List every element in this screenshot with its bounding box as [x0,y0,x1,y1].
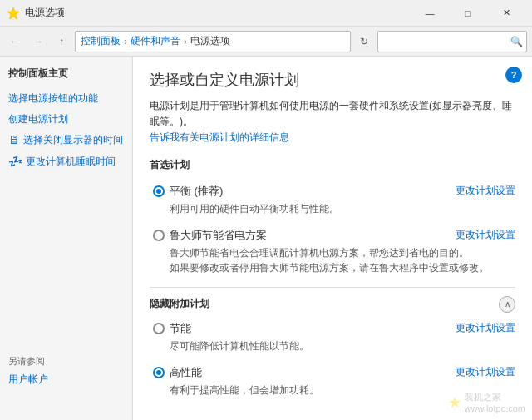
breadcrumb-hardware[interactable]: 硬件和声音 [131,34,180,48]
desc-link[interactable]: 告诉我有关电源计划的详细信息 [150,131,289,143]
plan-name-high-perf: 高性能 [170,365,202,380]
hidden-section-title: 隐藏附加计划 [150,297,209,311]
plan-name-ludashi: 鲁大师节能省电方案 [170,228,267,243]
search-icon: 🔍 [510,36,523,47]
minimize-button[interactable]: — [411,0,449,27]
sidebar-link-display-time[interactable]: 选择关闭显示器的时间 [23,132,123,148]
plan-item-ludashi: 鲁大师节能省电方案 更改计划设置 鲁大师节能省电会合理调配计算机电源方案，帮您达… [150,228,515,275]
search-bar: 🔍 [377,31,527,52]
plan-radio-high-perf[interactable] [153,367,165,378]
watermark-text: 装机之家www.lotpc.com [465,391,525,413]
breadcrumb-sep2: › [184,36,187,47]
collapse-button[interactable]: ∧ [499,296,515,313]
maximize-button[interactable]: □ [449,0,487,27]
plan-row-ludashi: 鲁大师节能省电方案 更改计划设置 [153,228,515,243]
close-button[interactable]: ✕ [487,0,525,27]
info-icon[interactable]: ? [505,67,522,83]
plan-radio-balanced[interactable] [153,185,165,197]
window-title: 电源选项 [25,6,411,20]
sidebar-title: 控制面板主页 [8,67,124,81]
breadcrumb: 控制面板 › 硬件和声音 › 电源选项 [75,31,351,52]
hidden-section-header: 隐藏附加计划 ∧ [150,296,515,313]
preferred-plans-title: 首选计划 [150,158,515,175]
sidebar-footer-title: 另请参阅 [8,355,48,368]
plan-link-ludashi[interactable]: 更改计划设置 [456,228,515,242]
plan-desc-balanced: 利用可用的硬件自动平衡功耗与性能。 [170,201,515,216]
refresh-button[interactable]: ↻ [354,32,374,52]
plan-label-energy-save[interactable]: 节能 [153,321,191,336]
plan-radio-energy-save[interactable] [153,323,165,334]
plan-item-balanced: 平衡 (推荐) 更改计划设置 利用可用的硬件自动平衡功耗与性能。 [150,184,515,216]
breadcrumb-current: 电源选项 [190,34,230,48]
plan-link-energy-save[interactable]: 更改计划设置 [456,321,515,335]
page-title: 选择或自定义电源计划 [150,70,515,90]
window-controls: — □ ✕ [411,0,525,27]
plan-row-high-perf: 高性能 更改计划设置 [153,365,515,380]
sidebar: 控制面板主页 选择电源按钮的功能 创建电源计划 🖥 选择关闭显示器的时间 💤 更… [0,57,133,420]
app-icon [7,7,20,20]
search-input[interactable] [382,36,510,47]
monitor-icon: 🖥 [8,133,20,146]
plan-desc-energy-save: 尽可能降低计算机性能以节能。 [170,338,515,353]
plan-label-high-perf[interactable]: 高性能 [153,365,202,380]
plan-item-energy-save: 节能 更改计划设置 尽可能降低计算机性能以节能。 [150,321,515,353]
sidebar-footer-user-accounts[interactable]: 用户帐户 [8,373,48,387]
plan-link-high-perf[interactable]: 更改计划设置 [456,365,515,379]
plan-row-energy-save: 节能 更改计划设置 [153,321,515,336]
main-container: 控制面板主页 选择电源按钮的功能 创建电源计划 🖥 选择关闭显示器的时间 💤 更… [0,57,532,420]
plan-radio-ludashi[interactable] [153,230,165,241]
plan-name-energy-save: 节能 [170,321,191,336]
sidebar-link-display-time-container: 🖥 选择关闭显示器的时间 [8,132,124,148]
content-area: ? 选择或自定义电源计划 电源计划是用于管理计算机如何使用电源的一套硬件和系统设… [133,57,532,420]
sidebar-link-sleep-time[interactable]: 更改计算机睡眠时间 [26,154,116,170]
plan-row-balanced: 平衡 (推荐) 更改计划设置 [153,184,515,199]
plan-desc-ludashi: 鲁大师节能省电会合理调配计算机电源方案，帮您达到省电的目的。如果要修改或者停用鲁… [170,245,515,275]
content-description: 电源计划是用于管理计算机如何使用电源的一套硬件和系统设置(如显示器亮度、睡眠等。… [150,98,515,146]
watermark-star-icon: ★ [448,393,461,412]
sidebar-link-sleep-time-container: 💤 更改计算机睡眠时间 [8,154,124,170]
forward-button[interactable]: → [28,32,48,52]
back-button[interactable]: ← [5,32,25,52]
desc-text: 电源计划是用于管理计算机如何使用电源的一套硬件和系统设置(如显示器亮度、睡眠等。… [150,100,512,127]
section-divider [150,287,515,288]
sidebar-link-power-button[interactable]: 选择电源按钮的功能 [8,91,124,106]
sleep-icon: 💤 [8,155,22,168]
plan-link-balanced[interactable]: 更改计划设置 [456,184,515,198]
address-bar: ← → ↑ 控制面板 › 硬件和声音 › 电源选项 ↻ 🔍 [0,27,532,57]
up-button[interactable]: ↑ [52,32,71,52]
sidebar-link-create-plan[interactable]: 创建电源计划 [8,111,124,127]
breadcrumb-controlpanel[interactable]: 控制面板 [81,34,121,48]
title-bar: 电源选项 — □ ✕ [0,0,532,27]
plan-name-balanced: 平衡 (推荐) [170,184,223,199]
plan-label-balanced[interactable]: 平衡 (推荐) [153,184,223,199]
plan-label-ludashi[interactable]: 鲁大师节能省电方案 [153,228,267,243]
breadcrumb-sep1: › [124,36,127,47]
sidebar-footer: 另请参阅 用户帐户 [8,342,48,387]
svg-marker-0 [7,7,19,19]
watermark: ★ 装机之家www.lotpc.com [448,391,525,413]
